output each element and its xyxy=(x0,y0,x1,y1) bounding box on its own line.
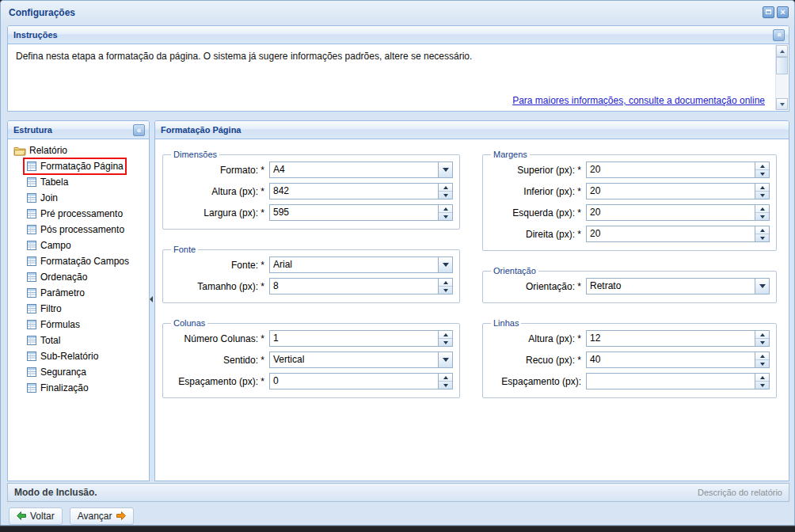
collapse-instructions-button[interactable]: « xyxy=(773,29,785,41)
tree-item-total[interactable]: Total xyxy=(8,332,149,348)
spinner-inferior-px[interactable]: 20 xyxy=(586,183,770,200)
field-label: Esquerda (px): * xyxy=(489,207,586,218)
spinner-buttons[interactable] xyxy=(755,331,769,346)
form-field-row: Superior (px): *20 xyxy=(489,162,770,178)
spinner-up-button[interactable] xyxy=(439,184,452,192)
scroll-down-button[interactable] xyxy=(776,98,788,110)
tree-item-sub-relatorio[interactable]: Sub-Relatório xyxy=(8,348,149,364)
spinner-superior-px[interactable]: 20 xyxy=(586,162,770,178)
spinner-buttons[interactable] xyxy=(755,184,769,199)
spinner-up-button[interactable] xyxy=(755,374,769,382)
spinner-up-button[interactable] xyxy=(439,374,452,382)
statusbar: Modo de Inclusão. Descrição do relatório xyxy=(7,483,789,502)
spinner-down-button[interactable] xyxy=(439,382,452,389)
spinner-buttons[interactable] xyxy=(438,331,452,346)
tree-root-relatorio[interactable]: Relatório xyxy=(8,142,149,158)
tree-item-seguranca[interactable]: Segurança xyxy=(8,364,149,380)
splitter-collapse-arrow[interactable] xyxy=(150,296,153,302)
spinner-up-button[interactable] xyxy=(755,226,769,234)
spinner-down-button[interactable] xyxy=(755,339,769,346)
spinner-buttons[interactable] xyxy=(438,374,452,389)
voltar-button[interactable]: Voltar xyxy=(9,507,63,525)
spinner-buttons[interactable] xyxy=(438,205,452,220)
spinner-buttons[interactable] xyxy=(755,162,769,177)
combo-fonte[interactable]: Arial xyxy=(269,256,453,273)
field-label: Largura (px): * xyxy=(169,207,269,218)
spinner-buttons[interactable] xyxy=(755,205,769,220)
restore-window-button[interactable] xyxy=(763,6,774,18)
tree-item-campo[interactable]: Campo xyxy=(8,238,149,253)
dropdown-trigger-icon[interactable] xyxy=(438,257,452,272)
spinner-altura-px[interactable]: 842 xyxy=(269,183,453,200)
spinner-buttons[interactable] xyxy=(438,279,452,294)
spinner-down-button[interactable] xyxy=(439,213,452,220)
scrollbar-thumb[interactable] xyxy=(776,57,788,74)
report-node-icon xyxy=(26,319,37,330)
spinner-espacamento-px[interactable]: 0 xyxy=(269,373,453,390)
spinner-numero-colunas[interactable]: 1 xyxy=(269,330,453,347)
spinner-largura-px[interactable]: 595 xyxy=(269,204,453,221)
spinner-down-button[interactable] xyxy=(439,192,452,199)
tree-item-ordenacao[interactable]: Ordenação xyxy=(8,269,149,285)
scrollbar-track[interactable] xyxy=(776,74,788,98)
spinner-down-button[interactable] xyxy=(755,170,769,177)
tree-item-finalizacao[interactable]: Finalização xyxy=(8,380,149,396)
spinner-esquerda-px[interactable]: 20 xyxy=(586,204,770,221)
status-mode-text: Modo de Inclusão. xyxy=(14,487,97,498)
documentation-link[interactable]: Para maiores informações, consulte a doc… xyxy=(512,95,765,106)
spinner-buttons[interactable] xyxy=(755,374,769,389)
tree-item-formatacao-campos[interactable]: Formatação Campos xyxy=(8,253,149,269)
window-titlebar[interactable]: Configurações × xyxy=(1,1,794,24)
spinner-tamanho-px[interactable]: 8 xyxy=(269,278,453,294)
spinner-buttons[interactable] xyxy=(755,352,769,367)
tree-item-label: Tabela xyxy=(40,176,68,188)
spinner-down-button[interactable] xyxy=(439,287,452,294)
tree-item-filtro[interactable]: Filtro xyxy=(8,301,149,317)
back-arrow-icon xyxy=(17,511,26,520)
fieldset-legend: Colunas xyxy=(171,318,207,328)
spinner-buttons[interactable] xyxy=(438,184,452,199)
spinner-up-button[interactable] xyxy=(755,184,769,192)
tree-item-pos-processamento[interactable]: Pós processamento xyxy=(8,222,149,238)
spinner-down-button[interactable] xyxy=(755,234,769,241)
dropdown-trigger-icon[interactable] xyxy=(438,162,452,177)
spinner-down-button[interactable] xyxy=(755,382,769,389)
scroll-up-button[interactable] xyxy=(776,45,788,57)
spinner-buttons[interactable] xyxy=(755,226,769,241)
spinner-up-button[interactable] xyxy=(755,162,769,170)
collapse-estrutura-button[interactable]: « xyxy=(133,124,145,136)
tree-item-formulas[interactable]: Fórmulas xyxy=(8,317,149,332)
tree-item-formatacao-pagina[interactable]: Formatação Página xyxy=(8,158,149,174)
report-node-icon xyxy=(26,161,37,172)
spinner-up-button[interactable] xyxy=(755,352,769,360)
combo-formato[interactable]: A4 xyxy=(269,162,453,178)
scroll-down-icon xyxy=(780,103,785,106)
spinner-up-button[interactable] xyxy=(755,331,769,339)
formatacao-pagina-panel: Formatação Página DimensõesFormato: *A4A… xyxy=(154,120,789,481)
spinner-recuo-px[interactable]: 40 xyxy=(586,352,770,368)
spinner-down-button[interactable] xyxy=(755,360,769,367)
spinner-direita-px[interactable]: 20 xyxy=(586,226,770,242)
combo-orientacao[interactable]: Retrato xyxy=(586,278,770,294)
avancar-button[interactable]: Avançar xyxy=(70,507,134,525)
tree-item-join[interactable]: Join xyxy=(8,190,149,206)
spinner-up-button[interactable] xyxy=(439,205,452,213)
dropdown-trigger-icon[interactable] xyxy=(438,352,452,367)
combo-sentido[interactable]: Vertical xyxy=(269,352,453,368)
tree-item-parametro[interactable]: Parâmetro xyxy=(8,285,149,301)
spinner-down-button[interactable] xyxy=(439,339,452,346)
close-window-button[interactable]: × xyxy=(777,6,789,18)
spinner-altura-px[interactable]: 12 xyxy=(586,330,770,347)
fieldset-legend: Fonte xyxy=(171,245,198,254)
dropdown-trigger-icon[interactable] xyxy=(755,279,769,294)
tree-item-pre-processamento[interactable]: Pré processamento xyxy=(8,206,149,222)
spinner-up-button[interactable] xyxy=(439,331,452,339)
bottom-toolbar: Voltar Avançar xyxy=(9,507,134,525)
spinner-up-button[interactable] xyxy=(755,205,769,213)
spinner-up-button[interactable] xyxy=(439,279,452,287)
spinner-down-button[interactable] xyxy=(755,192,769,199)
tree-item-tabela[interactable]: Tabela xyxy=(8,174,149,190)
spinner-espacamento-px[interactable] xyxy=(586,373,770,390)
spinner-down-button[interactable] xyxy=(755,213,769,220)
fieldset-colunas: ColunasNúmero Colunas: *1Sentido: *Verti… xyxy=(162,318,460,398)
